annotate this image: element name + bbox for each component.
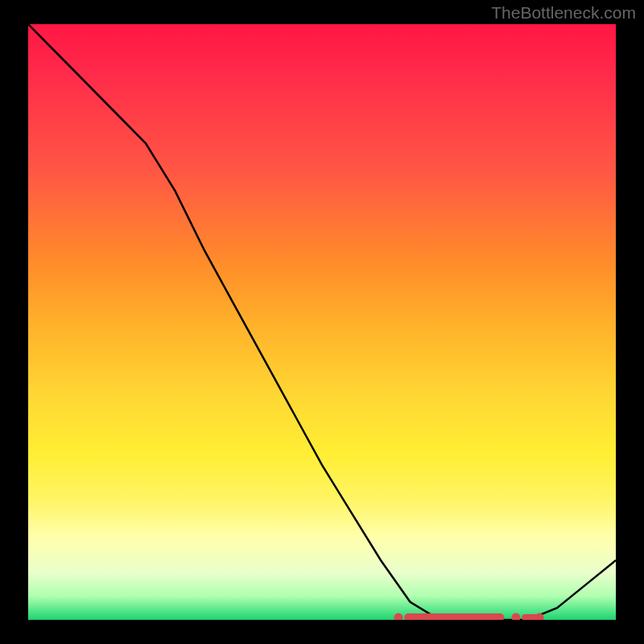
chart-plot-area (28, 24, 616, 620)
svg-point-1 (394, 613, 402, 620)
chart-line (28, 24, 616, 620)
watermark-text: TheBottleneck.com (491, 3, 636, 23)
svg-rect-4 (522, 614, 539, 620)
chart-overlay-svg (28, 24, 616, 620)
svg-point-2 (511, 613, 520, 620)
svg-rect-0 (404, 613, 504, 620)
chart-markers (394, 613, 543, 620)
chart-container: TheBottleneck.com (0, 0, 644, 644)
